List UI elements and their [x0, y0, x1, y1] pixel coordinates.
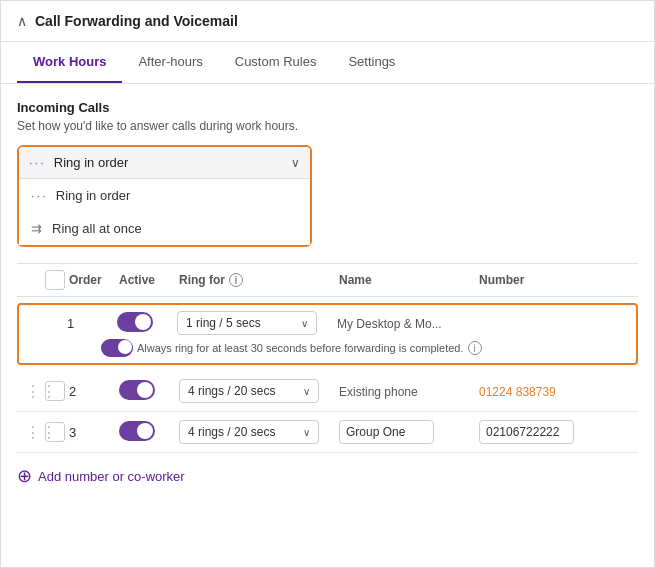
row2-name: Existing phone	[339, 385, 418, 399]
collapse-icon[interactable]: ∧	[17, 13, 27, 29]
header-order: Order	[69, 273, 119, 287]
dropdown-item-ring-all-at-once[interactable]: ⇉ Ring all at once	[19, 212, 310, 245]
ring-all-at-once-icon: ⇉	[31, 221, 44, 236]
tab-settings[interactable]: Settings	[332, 42, 411, 83]
row3-ring-for-dropdown[interactable]: 4 rings / 20 secs ∨	[179, 420, 319, 444]
section-body: Incoming Calls Set how you'd like to ans…	[1, 84, 654, 453]
ring-order-dropdown-wrapper: ··· Ring in order ∨ ··· Ring in order ⇉ …	[17, 145, 312, 247]
row2-drag-handle[interactable]: ⋮⋮	[25, 382, 45, 401]
row1-sub-text-label: Always ring for at least 30 seconds befo…	[137, 342, 464, 354]
ring-in-order-icon: ···	[31, 188, 48, 203]
row2-number: 01224 838739	[479, 385, 556, 399]
row2-ring-for-dropdown[interactable]: 4 rings / 20 secs ∨	[179, 379, 319, 403]
table-row-1: 1 1 ring / 5 secs ∨	[17, 303, 638, 365]
incoming-calls-title: Incoming Calls	[17, 100, 638, 115]
row1-ring-for-dropdown[interactable]: 1 ring / 5 secs ∨	[177, 311, 317, 335]
table-area: Order Active Ring for i Name Number 1	[17, 263, 638, 453]
dropdown-item-ring-in-order-label: Ring in order	[56, 188, 130, 203]
ring-order-chevron-icon: ∨	[291, 156, 300, 170]
row2-checkbox[interactable]	[45, 381, 65, 401]
ring-order-menu: ··· Ring in order ⇉ Ring all at once	[19, 178, 310, 245]
ring-order-selected-text: Ring in order	[54, 155, 128, 170]
row2-order: 2	[69, 384, 119, 399]
row3-ring-for-chevron-icon: ∨	[303, 427, 310, 438]
tab-work-hours[interactable]: Work Hours	[17, 42, 122, 83]
dropdown-item-ring-all-at-once-label: Ring all at once	[52, 221, 142, 236]
row1-name: My Desktop & Mo...	[337, 317, 442, 331]
add-icon: ⊕	[17, 465, 32, 487]
table-row-2: ⋮⋮ 2 4 rings / 20 secs ∨	[17, 371, 638, 412]
row1-order: 1	[67, 316, 117, 331]
row3-number-input[interactable]: 02106722222	[479, 420, 574, 444]
table-row-3: ⋮⋮ 3 4 rings / 20 secs ∨	[17, 412, 638, 453]
tab-after-hours[interactable]: After-hours	[122, 42, 218, 83]
incoming-calls-desc: Set how you'd like to answer calls durin…	[17, 119, 638, 133]
row3-checkbox[interactable]	[45, 422, 65, 442]
ring-order-dropdown[interactable]: ··· Ring in order ∨	[19, 147, 310, 178]
row3-order: 3	[69, 425, 119, 440]
add-number-link[interactable]: ⊕ Add number or co-worker	[1, 453, 654, 499]
page-header: ∧ Call Forwarding and Voicemail	[1, 1, 654, 42]
page-container: ∧ Call Forwarding and Voicemail Work Hou…	[0, 0, 655, 568]
add-link-label: Add number or co-worker	[38, 469, 185, 484]
row3-drag-handle[interactable]: ⋮⋮	[25, 423, 45, 442]
row3-ring-for-text: 4 rings / 20 secs	[188, 425, 275, 439]
row3-name-input[interactable]: Group One	[339, 420, 434, 444]
header-ring-for: Ring for i	[179, 273, 339, 287]
row2-ring-for-text: 4 rings / 20 secs	[188, 384, 275, 398]
select-all-checkbox[interactable]	[45, 270, 65, 290]
tab-custom-rules[interactable]: Custom Rules	[219, 42, 333, 83]
header-name: Name	[339, 273, 479, 287]
row2-active-toggle[interactable]	[119, 380, 155, 400]
table-header: Order Active Ring for i Name Number	[17, 263, 638, 297]
row1-active-toggle[interactable]	[117, 312, 153, 332]
ring-order-icon: ···	[29, 155, 46, 170]
row1-sub-info-icon[interactable]: i	[468, 341, 482, 355]
header-number: Number	[479, 273, 589, 287]
page-title: Call Forwarding and Voicemail	[35, 13, 238, 29]
row3-active-toggle[interactable]	[119, 421, 155, 441]
row1-sub-toggle[interactable]	[101, 339, 133, 357]
dropdown-item-ring-in-order[interactable]: ··· Ring in order	[19, 179, 310, 212]
row1-ring-for-text: 1 ring / 5 secs	[186, 316, 261, 330]
tabs-row: Work Hours After-hours Custom Rules Sett…	[1, 42, 654, 84]
ring-for-info-icon[interactable]: i	[229, 273, 243, 287]
row1-sub-text: Always ring for at least 30 seconds befo…	[27, 339, 628, 357]
row2-ring-for-chevron-icon: ∨	[303, 386, 310, 397]
row1-ring-for-chevron-icon: ∨	[301, 318, 308, 329]
header-active: Active	[119, 273, 179, 287]
